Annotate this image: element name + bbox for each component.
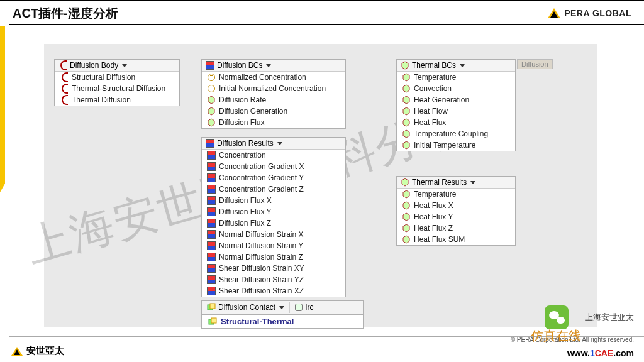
cube-icon — [402, 201, 411, 210]
menu-item[interactable]: Shear Diffusion Strain XY — [202, 263, 345, 274]
chevron-down-icon — [460, 64, 465, 67]
menu-item[interactable]: Concentration — [202, 150, 345, 161]
diffusion-tag: Diffusion — [517, 59, 553, 69]
svg-rect-1 — [210, 304, 215, 309]
menu-item[interactable]: Concentration Gradient Y — [202, 172, 345, 184]
menu-item[interactable]: Heat Flux X — [397, 200, 515, 211]
menu-item[interactable]: Thermal-Structural Diffusion — [55, 83, 179, 94]
menu-item[interactable]: Thermal Diffusion — [55, 94, 179, 106]
side-accent — [0, 26, 5, 184]
menu-item[interactable]: Convection — [397, 83, 515, 94]
panel-diffusion-results: Diffusion Results ConcentrationConcentra… — [201, 137, 346, 297]
panel-header-diffusion-body[interactable]: Diffusion Body — [55, 60, 179, 72]
wechat-label: 上海安世亚太 — [585, 312, 634, 323]
cube-icon — [402, 84, 411, 93]
menu-item[interactable]: Concentration Gradient Z — [202, 184, 345, 195]
panel-thermal-results: Thermal Results TemperatureHeat Flux XHe… — [396, 176, 516, 246]
menu-item[interactable]: Temperature Coupling — [397, 128, 515, 140]
grid-icon — [207, 173, 216, 182]
cube-icon — [402, 224, 411, 233]
content-canvas: 上海安世亚太资料分享 Diffusion Body Structural Dif… — [44, 44, 597, 327]
grid-icon — [207, 275, 216, 284]
menu-item[interactable]: Structural Diffusion — [55, 72, 179, 83]
cube-icon — [402, 141, 411, 150]
contact-extra[interactable]: Irc — [290, 302, 318, 313]
grid-icon — [207, 253, 216, 261]
contact-title: Diffusion Contact — [218, 303, 275, 312]
panel-header-diffusion-bcs[interactable]: Diffusion BCs — [202, 60, 345, 72]
menu-item[interactable]: Heat Flux — [397, 117, 515, 128]
panel-title: Thermal BCs — [412, 61, 456, 70]
chevron-down-icon — [470, 181, 475, 184]
chevron-down-icon — [122, 64, 127, 67]
menu-item[interactable]: Diffusion Flux Z — [202, 217, 345, 229]
brand-triangle-icon — [11, 347, 23, 356]
cube-icon — [401, 61, 409, 70]
panel-header-diffusion-results[interactable]: Diffusion Results — [202, 138, 345, 150]
link-1cae[interactable]: www.1CAE.com — [567, 348, 634, 358]
cube-icon — [402, 107, 411, 116]
tagline: 仿真在线 — [531, 327, 581, 344]
menu-item[interactable]: Temperature — [397, 189, 515, 200]
chevron-down-icon — [266, 64, 271, 67]
menu-item[interactable]: Heat Flux Z — [397, 222, 515, 234]
brand-triangle-icon — [548, 8, 560, 18]
grid-icon — [206, 61, 214, 70]
menu-item[interactable]: Normalized Concentration — [202, 72, 345, 83]
menu-item[interactable]: Initial Normalized Concentration — [202, 83, 345, 94]
brand-logo: PERA GLOBAL — [548, 8, 631, 18]
panel-header-thermal-bcs[interactable]: Thermal BCs — [397, 60, 515, 72]
cube-icon — [402, 212, 411, 221]
side-accent-tip — [0, 184, 5, 192]
body-icon — [60, 73, 69, 82]
menu-item[interactable]: Temperature — [397, 72, 515, 83]
cube-icon — [207, 107, 216, 116]
bar-diffusion-contact: Diffusion Contact Irc — [201, 300, 364, 314]
footer-brand: 安世亞太 — [11, 345, 64, 357]
menu-item[interactable]: Concentration Gradient X — [202, 161, 345, 172]
contact-icon — [208, 317, 217, 326]
panel-title: Diffusion BCs — [217, 61, 262, 70]
brand-text: PERA GLOBAL — [564, 8, 631, 18]
menu-item[interactable]: Normal Diffusion Strain Z — [202, 251, 345, 263]
body-icon — [58, 61, 67, 70]
grid-icon — [207, 207, 216, 216]
title-bar: ACT插件-湿度分析 PERA GLOBAL — [13, 4, 631, 23]
grid-icon — [207, 196, 216, 205]
menu-item[interactable]: Normal Diffusion Strain X — [202, 229, 345, 240]
contact-dropdown[interactable]: Diffusion Contact — [202, 302, 290, 313]
top-rule — [0, 0, 644, 1]
menu-item[interactable]: Heat Flux SUM — [397, 234, 515, 245]
contact-sub-item[interactable]: Structural-Thermal — [201, 314, 364, 329]
menu-item[interactable]: Shear Diffusion Strain XZ — [202, 285, 345, 297]
grid-icon — [207, 264, 216, 273]
menu-item[interactable]: Diffusion Flux — [202, 117, 345, 128]
menu-item[interactable]: Heat Generation — [397, 94, 515, 106]
menu-item[interactable]: Shear Diffusion Strain YZ — [202, 274, 345, 285]
cube-icon — [207, 96, 216, 104]
contact-icon — [207, 303, 216, 312]
header-divider — [9, 24, 644, 25]
panel-thermal-bcs: Thermal BCs TemperatureConvectionHeat Ge… — [396, 59, 516, 151]
cube-icon — [402, 129, 411, 138]
menu-item[interactable]: Normal Diffusion Strain Y — [202, 240, 345, 251]
cube-icon — [402, 118, 411, 127]
cube-icon — [401, 178, 409, 187]
cube-icon — [402, 235, 411, 244]
option-icon — [295, 304, 303, 311]
panel-title: Thermal Results — [412, 178, 467, 187]
wechat-icon — [545, 305, 569, 329]
panel-header-thermal-results[interactable]: Thermal Results — [397, 177, 515, 189]
cube-icon — [402, 73, 411, 82]
page-title: ACT插件-湿度分析 — [13, 5, 118, 22]
menu-item[interactable]: Diffusion Flux X — [202, 195, 345, 206]
menu-item[interactable]: Heat Flow — [397, 106, 515, 117]
menu-item[interactable]: Diffusion Flux Y — [202, 206, 345, 217]
menu-item[interactable]: Diffusion Rate — [202, 94, 345, 106]
panel-diffusion-body: Diffusion Body Structural Diffusion Ther… — [54, 59, 180, 106]
menu-item[interactable]: Initial Temperature — [397, 140, 515, 151]
body-icon — [60, 84, 69, 93]
menu-item[interactable]: Heat Flux Y — [397, 211, 515, 222]
menu-item[interactable]: Diffusion Generation — [202, 106, 345, 117]
body-icon — [60, 96, 69, 104]
